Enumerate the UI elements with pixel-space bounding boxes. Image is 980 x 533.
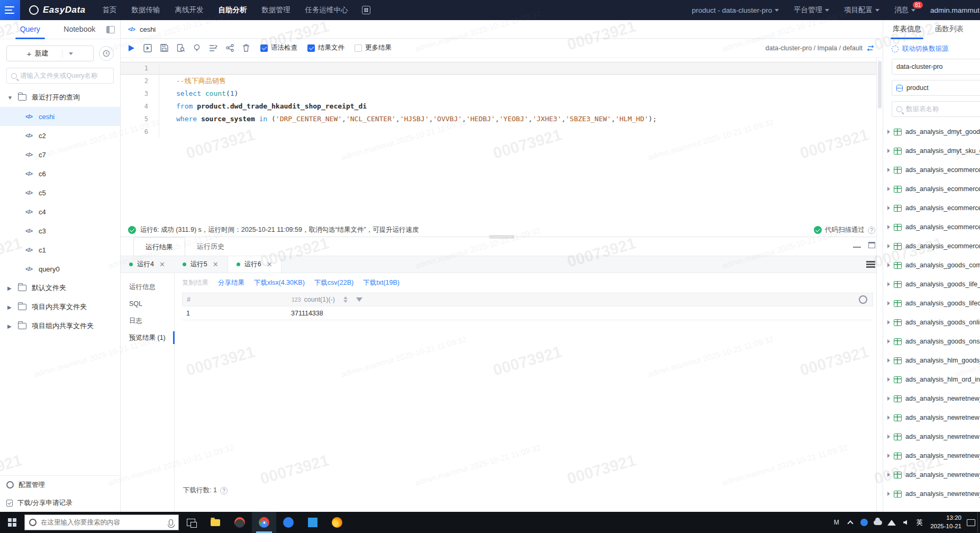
database-select[interactable] (892, 80, 980, 96)
folder-recent-queries[interactable]: ▼ 最近打开的查询 (0, 88, 120, 107)
download-share-records[interactable]: 下载/分享申请记录 (0, 494, 120, 512)
toolbar-checkbox[interactable]: 语法检查 (260, 43, 297, 52)
table-list-item[interactable]: ads_analysis_ecommerce (883, 218, 980, 237)
caret-collapsed-icon[interactable] (887, 225, 890, 229)
caret-collapsed-icon[interactable] (887, 396, 890, 401)
action-center-icon[interactable] (967, 519, 975, 526)
new-query-button[interactable]: + 新建 (6, 46, 94, 61)
blue-app-button[interactable] (276, 512, 301, 533)
table-list-item[interactable]: ads_analysis_newretnew_ (883, 465, 980, 484)
query-file-item[interactable]: </> c2 (0, 126, 120, 145)
taskbar-search-input[interactable] (41, 519, 165, 526)
caret-collapsed-icon[interactable] (887, 187, 890, 191)
messages-menu[interactable]: 消息 81 (888, 0, 922, 20)
table-list-item[interactable]: ads_analysis_goods_onsa (883, 332, 980, 351)
tray-cloud-icon[interactable] (871, 512, 885, 533)
nav-item[interactable]: 自助分析 (211, 0, 255, 20)
folder-item[interactable]: ▶ 项目内共享文件夹 (0, 297, 120, 317)
table-list-item[interactable]: ads_analysis_dmyt_sku_c (883, 141, 980, 160)
table-list-item[interactable]: ads_analysis_goods_com (883, 256, 980, 275)
folder-item[interactable]: ▶ 项目组内共享文件夹 (0, 317, 120, 336)
code-line[interactable]: 6 (121, 125, 883, 138)
cluster-input[interactable] (896, 63, 977, 70)
help-icon[interactable]: ? (868, 227, 875, 234)
query-tab-name[interactable]: ceshi (140, 25, 156, 33)
results-tab[interactable]: 运行历史 (185, 237, 236, 256)
table-list-item[interactable]: ads_analysis_dmyt_goods (883, 122, 980, 141)
caret-collapsed-icon[interactable] (887, 473, 890, 477)
results-menu-item[interactable]: 日志 (121, 312, 174, 329)
query-file-item[interactable]: </> c7 (0, 145, 120, 164)
caret-collapsed-icon[interactable] (887, 263, 890, 267)
column-settings-icon[interactable] (859, 295, 867, 304)
locate-button[interactable] (193, 44, 201, 52)
firefox-button[interactable] (325, 512, 349, 533)
close-icon[interactable]: ✕ (267, 260, 273, 268)
network-icon[interactable] (885, 512, 899, 533)
apps-grid-icon[interactable] (362, 6, 370, 14)
table-list-item[interactable]: ads_analysis_ecommerce (883, 198, 980, 218)
task-view-button[interactable] (179, 512, 203, 533)
query-file-item[interactable]: </> c3 (0, 221, 120, 240)
save-button[interactable] (160, 44, 168, 52)
new-query-dropdown[interactable] (62, 49, 73, 58)
result-action-link[interactable]: 下载csv(22B) (314, 278, 353, 287)
vscode-button[interactable] (301, 512, 325, 533)
sidebar-tab[interactable]: Query (5, 20, 55, 39)
caret-collapsed-icon[interactable] (887, 320, 890, 324)
caret-collapsed-icon[interactable] (887, 206, 890, 210)
caret-collapsed-icon[interactable] (887, 244, 890, 248)
run-tab[interactable]: 运行5 ✕ (174, 256, 228, 273)
result-action-link[interactable]: 下载xlsx(4.30KB) (254, 278, 305, 287)
caret-collapsed-icon[interactable] (887, 358, 890, 363)
code-line[interactable]: 3select count(1) (121, 87, 883, 100)
hamburger-menu-icon[interactable] (0, 0, 20, 20)
top-menu[interactable]: 项目配置 (838, 0, 886, 20)
table-search-input[interactable] (906, 105, 977, 113)
run-advanced-button[interactable] (143, 44, 152, 52)
table-list-item[interactable]: ads_analysis_newretnew_ (883, 484, 980, 503)
query-file-item[interactable]: </> query0 (0, 259, 120, 278)
nav-item[interactable]: 首页 (95, 0, 124, 20)
show-desktop-button[interactable] (977, 512, 980, 533)
delete-button[interactable] (242, 44, 250, 52)
taskbar-clock[interactable]: 13:20 2025-10-21 (927, 514, 967, 530)
code-line[interactable]: 1 (121, 62, 883, 75)
query-file-item[interactable]: </> c4 (0, 202, 120, 221)
config-management[interactable]: 配置管理 (0, 476, 120, 494)
table-list-item[interactable]: ads_analysis_goods_lifec (883, 294, 980, 313)
browser-app-button[interactable] (228, 512, 252, 533)
caret-collapsed-icon[interactable] (887, 492, 890, 496)
query-file-item[interactable]: </> ceshi (0, 107, 120, 126)
database-input[interactable] (906, 84, 977, 92)
history-button[interactable] (99, 46, 114, 61)
results-menu-item[interactable]: 运行信息 (121, 278, 174, 295)
nav-item[interactable]: 任务运维中心 (298, 0, 356, 20)
nav-item[interactable]: 数据管理 (255, 0, 298, 20)
right-sidebar-tab[interactable]: 库表信息 (893, 20, 921, 39)
code-line[interactable]: 2--线下商品销售 (121, 75, 883, 87)
nav-item[interactable]: 离线开发 (168, 0, 211, 20)
query-file-item[interactable]: </> c1 (0, 240, 120, 259)
table-list-item[interactable]: ads_analysis_ecommerce (883, 179, 980, 198)
caret-collapsed-icon[interactable] (887, 435, 890, 439)
caret-collapsed-icon[interactable] (887, 282, 890, 286)
table-list-item[interactable]: ads_analysis_newretnew (883, 408, 980, 427)
project-selector[interactable]: product - data-cluster-pro (685, 0, 785, 20)
help-icon[interactable]: ? (220, 487, 228, 494)
table-list-item[interactable]: ads_analysis_hlm_ord_inc (883, 370, 980, 389)
result-action-link[interactable]: 下载txt(19B) (363, 278, 400, 287)
table-list-item[interactable]: ads_analysis_goods_life_ (883, 275, 980, 294)
share-button[interactable] (225, 44, 234, 52)
table-list-item[interactable]: ads_analysis_goods_onlin (883, 313, 980, 332)
query-file-item[interactable]: </> c5 (0, 183, 120, 202)
input-language-indicator[interactable]: 英 (912, 518, 928, 527)
table-list-item[interactable]: ads_analysis_ecommerce (883, 160, 980, 179)
toolbar-checkbox[interactable]: 更多结果 (355, 43, 392, 52)
tray-blue-app[interactable] (857, 512, 871, 533)
sort-buttons[interactable] (343, 296, 348, 303)
table-list-item[interactable]: ads_analysis_newretnew_ (883, 389, 980, 408)
nav-item[interactable]: 数据传输 (124, 0, 168, 20)
run-button[interactable] (127, 44, 135, 52)
start-button[interactable] (0, 512, 24, 533)
